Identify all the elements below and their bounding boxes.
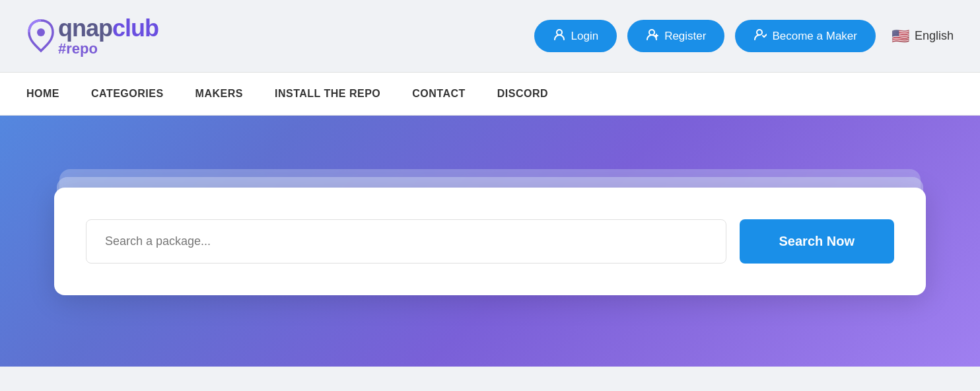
nav-item-discord[interactable]: DISCORD xyxy=(481,73,564,116)
logo-club-text: club xyxy=(112,17,158,40)
site-header: q nap club #repo Login xyxy=(0,0,980,73)
nav-item-contact[interactable]: CONTACT xyxy=(396,73,481,116)
nav-item-categories[interactable]: CATEGORIES xyxy=(75,73,180,116)
logo-q-letter: q xyxy=(58,17,72,40)
search-now-button[interactable]: Search Now xyxy=(740,219,894,264)
search-row: Search Now xyxy=(86,219,894,264)
logo-text: q nap club #repo xyxy=(58,17,158,56)
svg-point-3 xyxy=(757,30,762,35)
logo-icon xyxy=(26,18,55,55)
become-maker-button[interactable]: Become a Maker xyxy=(735,20,876,52)
logo-repo-text: #repo xyxy=(58,42,158,56)
login-label: Login xyxy=(571,30,599,43)
register-icon xyxy=(646,28,659,44)
search-card: Search Now xyxy=(54,188,926,295)
search-now-label: Search Now xyxy=(779,234,855,248)
login-button[interactable]: Login xyxy=(534,20,617,52)
main-navigation: HOME CATEGORIES MAKERS INSTALL THE REPO … xyxy=(0,73,980,116)
header-buttons: Login Register Become a Maker xyxy=(534,20,954,52)
nav-item-install[interactable]: INSTALL THE REPO xyxy=(259,73,396,116)
site-logo[interactable]: q nap club #repo xyxy=(26,17,534,56)
search-card-stack: Search Now xyxy=(54,188,926,295)
flag-icon: 🇺🇸 xyxy=(892,28,909,45)
logo-nap-text: nap xyxy=(72,17,112,40)
register-button[interactable]: Register xyxy=(627,20,724,52)
login-icon xyxy=(553,28,566,44)
register-label: Register xyxy=(664,30,706,43)
search-input[interactable] xyxy=(86,219,726,264)
language-label: English xyxy=(915,29,954,43)
language-selector[interactable]: 🇺🇸 English xyxy=(892,28,954,45)
nav-item-makers[interactable]: MAKERS xyxy=(180,73,259,116)
svg-point-2 xyxy=(649,30,654,35)
maker-label: Become a Maker xyxy=(772,30,857,43)
svg-point-1 xyxy=(557,30,562,35)
search-input-wrapper xyxy=(86,219,726,264)
maker-icon xyxy=(753,28,767,44)
hero-section: Search Now xyxy=(0,116,980,367)
nav-item-home[interactable]: HOME xyxy=(26,73,75,116)
svg-point-0 xyxy=(37,28,45,36)
